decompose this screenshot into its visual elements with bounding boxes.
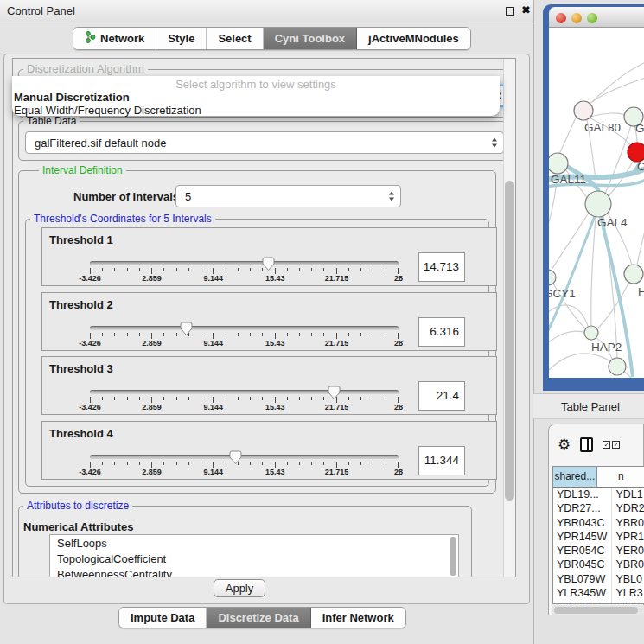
tab-impute-data[interactable]: Impute Data [119,608,207,628]
threshold-value-field[interactable]: 11.344 [418,446,465,475]
node-gal11 [549,153,568,174]
number-of-intervals-label: Number of Intervals [73,190,179,203]
threshold-label: Threshold 2 [49,298,113,311]
zoom-traffic-light-icon[interactable] [587,13,597,23]
combo-arrows-icon [492,138,497,148]
threshold-panel-4: Threshold 4-3.4262.8599.14415.4321.71528… [41,421,497,480]
interval-definition-label: Interval Definition [39,164,126,176]
table-panel-titlebar: Table Panel [533,393,644,419]
threshold-label: Threshold 4 [49,427,113,440]
table-header: shared... n [553,467,644,488]
table-row[interactable]: YBL079WYBL0 [553,572,644,586]
attribute-list-item[interactable]: SelfLoops [50,535,458,551]
slider-tick-labels: -3.4262.8599.14415.4321.71528 [90,468,399,477]
threshold-slider[interactable] [90,261,399,265]
number-of-intervals-combo[interactable]: 5 [175,185,401,207]
close-traffic-light-icon[interactable] [556,13,566,23]
table-row[interactable]: YBR043CYBR0 [553,516,644,530]
threshold-value-field[interactable]: 6.316 [418,317,465,347]
slider-tick-labels: -3.4262.8599.14415.4321.71528 [90,403,399,412]
tab-style[interactable]: Style [156,28,207,49]
network-tree-icon [85,31,96,46]
numerical-attributes-label: Numerical Attributes [23,520,133,533]
attribute-list-item[interactable]: TopologicalCoefficient [50,551,458,566]
apply-button[interactable]: Apply [214,579,265,597]
horizontal-scrollbar-thumb[interactable] [554,607,638,614]
threshold-slider[interactable] [90,326,399,330]
threshold-panel-3: Threshold 3-3.4262.8599.14415.4321.71528… [41,356,497,415]
svg-text:HAP2: HAP2 [591,341,622,354]
bottom-tabstrip: Impute Data Discretize Data Infer Networ… [118,607,406,628]
svg-text:C: C [637,160,644,173]
checkbox-select-all-icon[interactable]: ✓ [603,441,610,449]
tab-network[interactable]: Network [73,28,156,49]
attribute-list-item[interactable]: BetweennessCentrality [50,566,458,577]
threshold-slider[interactable] [90,455,399,459]
table-row[interactable]: YPR145WYPR1 [553,530,644,544]
node-hap2 [584,326,598,340]
tab-select[interactable]: Select [207,28,263,49]
threshold-label: Threshold 1 [49,233,113,246]
checkbox-select-none-icon[interactable]: ✓ [612,441,620,449]
attributes-group-label: Attributes to discretize [23,500,132,512]
slider-tick-labels: -3.4262.8599.14415.4321.71528 [90,339,399,348]
node-gcy1 [549,270,556,285]
number-of-intervals-value: 5 [185,190,191,203]
threshold-panel-1: Threshold 1-3.4262.8599.14415.4321.71528… [41,227,497,286]
threshold-slider[interactable] [90,390,399,394]
tab-network-label: Network [100,32,144,45]
tab-infer-network[interactable]: Infer Network [311,608,405,628]
table-data-combo[interactable]: galFiltered.sif default node [25,131,504,154]
node-selected-red [628,143,644,162]
gear-icon[interactable]: ⚙ [558,436,571,454]
network-window-titlebar[interactable] [549,7,644,28]
node-gal80 [574,101,593,120]
node-gal4 [585,191,611,217]
table-row[interactable]: YBR045CYBR0 [553,558,644,571]
threshold-label: Threshold 3 [49,362,113,375]
popup-placeholder: Select algorithm to view settings [12,76,500,91]
table-data-combo-value: galFiltered.sif default node [35,137,166,150]
threshold-value-field[interactable]: 14.713 [418,252,465,282]
close-icon[interactable]: ✖ [521,3,531,16]
column-header-shared-name[interactable]: shared... [553,467,597,487]
node-table[interactable]: shared... n YDL19...YDL1YDR27...YDR2YBR0… [552,466,644,604]
network-view-canvas[interactable]: GAL80 G GAL11 C GAL4 GCY1 H HAP2 [549,28,644,378]
numerical-attributes-list[interactable]: SelfLoopsTopologicalCoefficientBetweenne… [49,534,459,577]
table-row[interactable]: YDR27...YDR2 [553,501,644,515]
svg-text:H: H [638,285,644,298]
popup-item-equal-width[interactable]: Equal Width/Frequency Discretization [12,104,500,117]
tab-cyni-toolbox[interactable]: Cyni Toolbox [264,28,357,49]
columns-icon[interactable] [580,437,593,452]
tab-jactivemnodules[interactable]: jActiveMNodules [357,28,470,49]
settings-scroll-viewport: Discretization Algorithm Table Data galF… [12,58,516,577]
control-panel-titlebar [0,0,533,22]
svg-text:G: G [635,122,644,135]
float-window-icon[interactable] [506,7,514,16]
node-h [624,265,643,284]
threshold-panel-2: Threshold 2-3.4262.8599.14415.4321.71528… [41,292,497,351]
thresholds-group-label: Threshold's Coordinates for 5 Intervals [30,213,215,225]
minimize-traffic-light-icon[interactable] [571,13,582,23]
table-row[interactable]: YDL19...YDL1 [553,488,644,501]
control-panel-title: Control Panel [7,4,75,17]
table-row[interactable]: YIL052CYIL0 [553,600,644,604]
threshold-value-field[interactable]: 21.4 [418,381,465,411]
svg-text:GCY1: GCY1 [549,287,576,300]
combo-arrows-icon [389,192,394,201]
slider-tick-labels: -3.4262.8599.14415.4321.71528 [90,274,399,284]
discretization-algorithm-label: Discretization Algorithm [23,62,148,75]
table-toolbar: ⚙ ✓ ✓ [549,424,643,464]
vertical-scrollbar-thumb[interactable] [505,181,514,501]
tab-discretize-data[interactable]: Discretize Data [207,608,310,628]
column-header-name[interactable]: n [597,467,644,487]
svg-text:GAL11: GAL11 [551,173,586,186]
table-data-label: Table Data [23,115,80,127]
list-scrollbar[interactable] [450,537,456,576]
horizontal-scrollbar-track[interactable] [552,605,644,615]
table-row[interactable]: YER054CYER0 [553,544,644,558]
node-bottom-partial [609,358,626,375]
popup-item-manual-discretization[interactable]: Manual Discretization [12,91,500,104]
top-tabstrip: Network Style Select Cyni Toolbox jActiv… [73,27,471,50]
table-row[interactable]: YLR345WYLR3 [553,586,644,600]
